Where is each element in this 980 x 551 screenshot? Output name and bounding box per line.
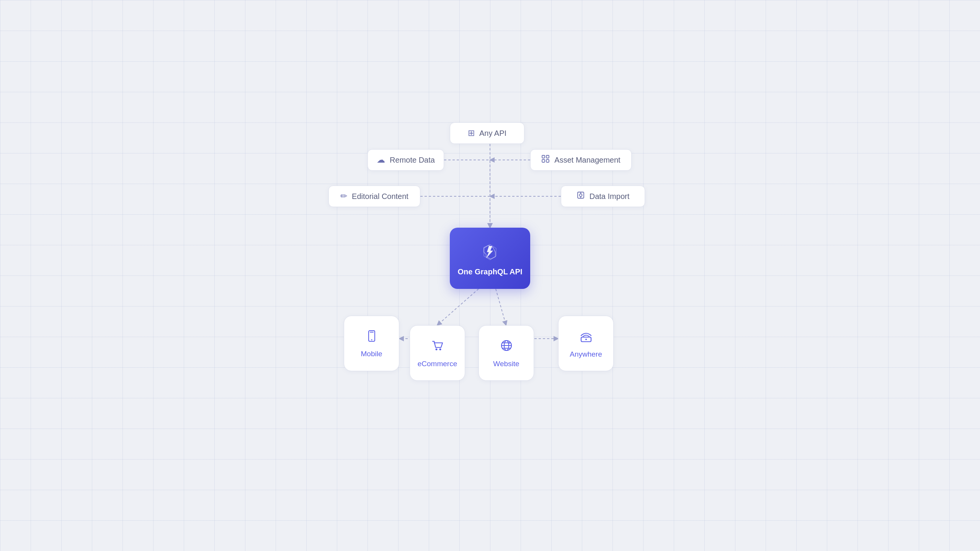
import-icon bbox=[577, 191, 585, 202]
edit-icon: ✏ bbox=[340, 191, 347, 201]
ecommerce-label: eCommerce bbox=[418, 360, 457, 368]
cast-icon bbox=[579, 329, 593, 346]
node-any-api: ⊞ Any API bbox=[450, 122, 524, 144]
globe-icon bbox=[499, 338, 514, 356]
data-import-label: Data Import bbox=[590, 192, 629, 201]
editorial-label: Editorial Content bbox=[352, 192, 408, 201]
node-ecommerce: eCommerce bbox=[410, 325, 465, 381]
any-api-label: Any API bbox=[479, 129, 506, 138]
svg-line-5 bbox=[496, 289, 506, 325]
svg-rect-10 bbox=[546, 160, 549, 162]
svg-rect-9 bbox=[542, 160, 545, 162]
asset-mgmt-label: Asset Management bbox=[554, 156, 620, 165]
svg-point-26 bbox=[585, 339, 587, 340]
node-remote-data: ☁ Remote Data bbox=[368, 149, 444, 171]
node-mobile: Mobile bbox=[344, 316, 399, 371]
svg-line-4 bbox=[437, 289, 479, 325]
cart-icon bbox=[430, 338, 445, 356]
mobile-icon bbox=[365, 329, 379, 346]
remote-data-label: Remote Data bbox=[390, 156, 435, 165]
svg-point-12 bbox=[579, 194, 582, 197]
cloud-icon: ☁ bbox=[377, 155, 385, 165]
diagram-container: ⊞ Any API ☁ Remote Data Asset Management… bbox=[318, 122, 662, 429]
node-data-import: Data Import bbox=[561, 186, 645, 207]
svg-point-18 bbox=[435, 348, 437, 350]
website-label: Website bbox=[493, 360, 519, 368]
anywhere-label: Anywhere bbox=[570, 350, 602, 359]
node-editorial: ✏ Editorial Content bbox=[328, 186, 420, 207]
mobile-label: Mobile bbox=[361, 350, 382, 358]
svg-rect-7 bbox=[542, 155, 545, 158]
node-graphql-center: One GraphQL API bbox=[450, 228, 530, 289]
center-label: One GraphQL API bbox=[458, 267, 523, 276]
grid-icon bbox=[541, 155, 550, 165]
svg-point-16 bbox=[371, 339, 372, 340]
node-anywhere: Anywhere bbox=[558, 316, 614, 371]
svg-point-19 bbox=[439, 348, 441, 350]
api-icon: ⊞ bbox=[468, 128, 475, 138]
node-asset-mgmt: Asset Management bbox=[530, 149, 632, 171]
svg-rect-8 bbox=[546, 155, 549, 158]
node-website: Website bbox=[479, 325, 534, 381]
graphql-logo-icon bbox=[479, 241, 501, 264]
